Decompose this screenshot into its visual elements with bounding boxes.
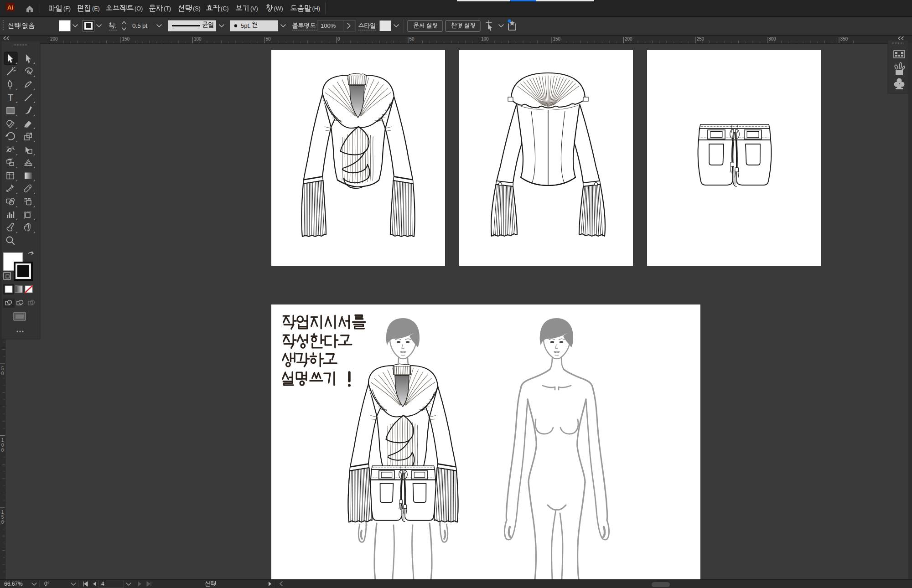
svg-text:250: 250	[697, 36, 705, 41]
svg-text:100: 100	[481, 36, 489, 41]
svg-text:200: 200	[625, 36, 632, 41]
svg-text:(T): (T)	[164, 5, 171, 12]
svg-text:0°: 0°	[44, 581, 50, 587]
svg-text:(O): (O)	[135, 5, 143, 12]
svg-text:50: 50	[266, 36, 271, 41]
svg-text:(H): (H)	[312, 5, 320, 12]
svg-text:0.5: 0.5	[132, 22, 141, 29]
svg-text:150: 150	[553, 36, 561, 41]
svg-text:4: 4	[101, 581, 104, 587]
svg-text:100%: 100%	[321, 22, 336, 29]
svg-text:0: 0	[1, 371, 4, 376]
svg-text::: :	[376, 23, 378, 28]
svg-text:0: 0	[337, 36, 340, 41]
svg-text:66.67%: 66.67%	[4, 581, 23, 587]
svg-text:(F): (F)	[63, 5, 71, 12]
svg-text:(W): (W)	[274, 5, 283, 12]
svg-text:200: 200	[50, 36, 58, 41]
svg-text:(C): (C)	[221, 5, 228, 12]
svg-text:(V): (V)	[250, 5, 258, 12]
svg-text:100: 100	[194, 36, 202, 41]
svg-text:5pt.: 5pt.	[241, 22, 251, 29]
svg-text::: :	[316, 23, 317, 28]
svg-text:0: 0	[1, 443, 4, 448]
svg-text::: :	[115, 23, 116, 29]
svg-text:1: 1	[1, 510, 4, 515]
svg-text:(E): (E)	[92, 5, 100, 12]
svg-text:5: 5	[1, 515, 4, 520]
svg-text:(S): (S)	[193, 5, 201, 12]
svg-text:300: 300	[768, 36, 776, 41]
svg-text:Ai: Ai	[7, 4, 13, 11]
svg-text:350: 350	[840, 36, 848, 41]
svg-text:T: T	[8, 93, 13, 103]
svg-text:50: 50	[409, 36, 415, 41]
svg-text:5: 5	[1, 366, 4, 371]
svg-text:150: 150	[122, 36, 130, 41]
svg-text:1: 1	[1, 438, 4, 443]
svg-text:pt: pt	[142, 22, 148, 29]
